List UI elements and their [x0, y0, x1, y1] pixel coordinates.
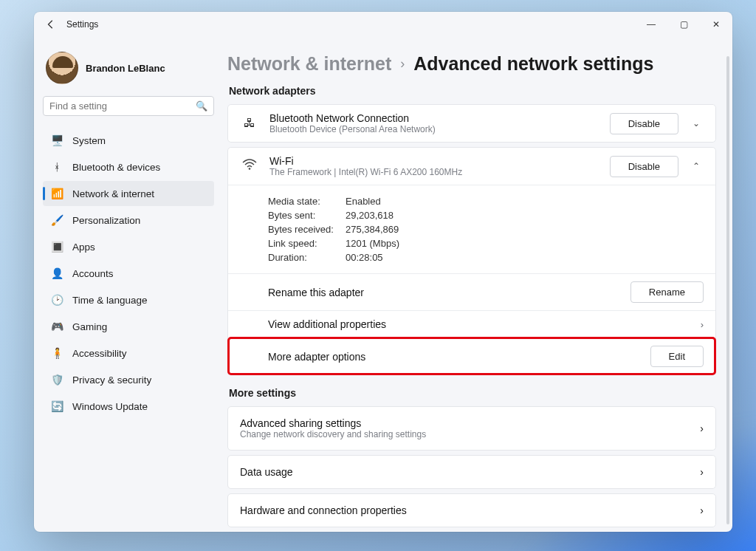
adapter-wifi-sub: The Framework | Intel(R) Wi-Fi 6 AX200 1… — [269, 167, 599, 177]
back-button[interactable] — [40, 13, 62, 35]
rename-adapter-row: Rename this adapter Rename — [228, 273, 715, 310]
chevron-right-icon: › — [701, 319, 704, 330]
nav-icon: 🖥️ — [50, 134, 63, 147]
sidebar-item-accounts[interactable]: 👤Accounts — [43, 261, 214, 286]
edit-button[interactable]: Edit — [650, 346, 704, 367]
adapter-bluetooth[interactable]: 🖧 Bluetooth Network Connection Bluetooth… — [227, 104, 716, 143]
nav-label: Personalization — [72, 215, 140, 226]
nav-icon: 🛡️ — [50, 373, 63, 386]
adapter-wifi-header[interactable]: Wi-Fi The Framework | Intel(R) Wi-Fi 6 A… — [228, 148, 715, 185]
page-title: Advanced network settings — [413, 53, 653, 75]
sidebar-item-apps[interactable]: 🔳Apps — [43, 234, 214, 259]
nav-label: Accounts — [72, 268, 114, 279]
nav-icon: 🔳 — [50, 240, 63, 253]
chevron-right-icon: › — [700, 466, 704, 478]
advanced-sharing-row[interactable]: Advanced sharing settings Change network… — [227, 406, 716, 451]
titlebar: Settings — ▢ ✕ — [34, 12, 732, 37]
settings-window: Settings — ▢ ✕ Brandon LeBlanc 🔍 🖥️Syste… — [34, 12, 732, 532]
rename-button[interactable]: Rename — [630, 281, 704, 303]
chevron-right-icon: › — [700, 422, 704, 434]
nav-icon: 📶 — [50, 187, 63, 200]
nav-icon: 🔄 — [50, 400, 63, 413]
sidebar-item-time-language[interactable]: 🕑Time & language — [43, 287, 214, 312]
nav-label: Bluetooth & devices — [72, 162, 160, 173]
nav-icon: ᚼ — [50, 160, 63, 174]
nav-label: Network & internet — [72, 188, 154, 199]
sidebar-item-system[interactable]: 🖥️System — [43, 128, 214, 153]
app-title: Settings — [66, 19, 98, 30]
chevron-right-icon: › — [400, 56, 405, 72]
user-profile[interactable]: Brandon LeBlanc — [43, 47, 214, 96]
nav-icon: 🖌️ — [50, 213, 63, 227]
svg-point-0 — [249, 168, 251, 170]
data-usage-row[interactable]: Data usage › — [227, 455, 716, 489]
sidebar-item-network-internet[interactable]: 📶Network & internet — [43, 181, 214, 206]
nav-label: Windows Update — [72, 401, 148, 412]
nav-label: Privacy & security — [72, 374, 151, 386]
search-box[interactable]: 🔍 — [43, 96, 214, 116]
section-title-more: More settings — [229, 387, 716, 399]
sidebar-item-privacy-security[interactable]: 🛡️Privacy & security — [43, 367, 214, 392]
nav-icon: 🕑 — [50, 293, 63, 307]
chevron-up-icon[interactable]: ⌃ — [689, 161, 704, 171]
breadcrumb-parent[interactable]: Network & internet — [227, 53, 391, 75]
sidebar-item-bluetooth-devices[interactable]: ᚼBluetooth & devices — [43, 154, 214, 179]
adapter-bluetooth-sub: Bluetooth Device (Personal Area Network) — [269, 124, 599, 134]
close-button[interactable]: ✕ — [700, 13, 732, 35]
nav-label: System — [72, 135, 106, 146]
hardware-props-row[interactable]: Hardware and connection properties › — [227, 493, 716, 527]
search-input[interactable] — [49, 100, 190, 112]
more-adapter-options-row[interactable]: More adapter options Edit — [228, 338, 715, 374]
nav-icon: 👤 — [50, 267, 63, 280]
avatar — [46, 52, 78, 84]
sidebar: Brandon LeBlanc 🔍 🖥️SystemᚼBluetooth & d… — [34, 37, 223, 532]
chevron-right-icon: › — [700, 504, 704, 516]
disable-button[interactable]: Disable — [610, 156, 678, 177]
sidebar-item-gaming[interactable]: 🎮Gaming — [43, 314, 214, 339]
sidebar-item-windows-update[interactable]: 🔄Windows Update — [43, 394, 214, 419]
chevron-down-icon[interactable]: ⌄ — [689, 118, 704, 129]
sidebar-item-personalization[interactable]: 🖌️Personalization — [43, 208, 214, 233]
view-properties-row[interactable]: View additional properties › — [228, 310, 715, 338]
wifi-icon — [240, 159, 259, 174]
main-content: Network & internet › Advanced network se… — [223, 37, 732, 532]
nav-icon: 🎮 — [50, 320, 63, 333]
nav-label: Apps — [72, 242, 95, 253]
disable-button[interactable]: Disable — [610, 113, 678, 134]
window-controls: — ▢ ✕ — [635, 13, 732, 35]
user-name: Brandon LeBlanc — [86, 63, 165, 74]
adapter-wifi-title: Wi-Fi — [269, 155, 599, 167]
nav-label: Accessibility — [72, 348, 127, 359]
minimize-button[interactable]: — — [635, 13, 667, 35]
search-icon: 🔍 — [196, 100, 207, 112]
section-title-adapters: Network adapters — [229, 85, 716, 97]
scrollbar[interactable] — [726, 56, 729, 524]
nav-label: Gaming — [72, 321, 107, 332]
nav-list: 🖥️SystemᚼBluetooth & devices📶Network & i… — [43, 128, 214, 419]
nav-icon: 🧍 — [50, 346, 63, 360]
bluetooth-icon: 🖧 — [240, 117, 259, 130]
wifi-details: Media state:Enabled Bytes sent:29,203,61… — [228, 185, 715, 273]
breadcrumb: Network & internet › Advanced network se… — [227, 53, 716, 75]
adapter-wifi: Wi-Fi The Framework | Intel(R) Wi-Fi 6 A… — [227, 147, 716, 375]
adapter-bluetooth-title: Bluetooth Network Connection — [269, 112, 599, 124]
maximize-button[interactable]: ▢ — [667, 13, 700, 35]
sidebar-item-accessibility[interactable]: 🧍Accessibility — [43, 340, 214, 366]
nav-label: Time & language — [72, 295, 148, 306]
